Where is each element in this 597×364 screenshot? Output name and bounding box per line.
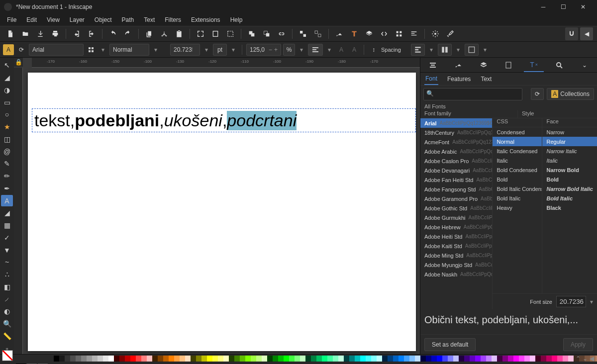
canvas[interactable]: tekst, podebljani , ukošeni , podcrtani — [23, 68, 420, 354]
cut-icon[interactable] — [158, 27, 171, 40]
snap-icon[interactable] — [565, 27, 578, 40]
palette-swatch[interactable] — [311, 356, 316, 362]
palette-swatch[interactable] — [240, 356, 245, 362]
palette-swatch[interactable] — [108, 356, 114, 362]
font-item[interactable]: Adobe DevanagariAaBbCcIiPpQq12369$€¢?./ — [420, 166, 492, 175]
css-item[interactable]: Italic Condensed — [493, 146, 542, 156]
palette-menu-icon[interactable]: ◀ — [590, 355, 594, 362]
palette-swatch[interactable] — [519, 356, 524, 362]
palette-swatch[interactable] — [262, 356, 267, 362]
face-item[interactable]: Narrow Italic — [542, 146, 597, 156]
palette-swatch[interactable] — [256, 356, 262, 362]
ruler-lock-icon[interactable]: 🔒 — [14, 58, 23, 67]
palette-swatch[interactable] — [180, 356, 185, 362]
palette-swatch[interactable] — [119, 356, 125, 362]
palette-swatch[interactable] — [174, 356, 180, 362]
css-item[interactable]: Condensed — [493, 127, 542, 137]
palette-swatch[interactable] — [398, 356, 404, 362]
selectors-icon[interactable] — [393, 27, 405, 40]
palette-swatch[interactable] — [371, 356, 377, 362]
palette-swatch[interactable] — [218, 356, 223, 362]
palette-swatch[interactable] — [541, 356, 546, 362]
font-item[interactable]: Adobe Fan Heiti StdAaBbCcIiPpQq12369$€ — [420, 175, 492, 184]
calligraphy-tool-icon[interactable]: ✒ — [1, 183, 13, 194]
font-size-input[interactable] — [171, 46, 196, 53]
font-item[interactable]: Adobe GurmukhiAaBbCcIiPpQq12369$€¢?./() — [420, 213, 492, 222]
font-size-dropdown[interactable]: ▾ — [202, 46, 211, 53]
palette-swatch[interactable] — [552, 356, 557, 362]
palette-swatch[interactable] — [251, 356, 256, 362]
xml-icon[interactable] — [378, 27, 391, 40]
snap-expand-icon[interactable]: ◀ — [580, 27, 593, 40]
palette-swatch[interactable] — [492, 356, 497, 362]
maximize-button[interactable]: ☐ — [553, 0, 573, 14]
tab-search-icon[interactable] — [549, 58, 569, 72]
palette-swatch[interactable] — [322, 356, 327, 362]
refresh-button[interactable]: ⟳ — [531, 88, 544, 100]
menu-layer[interactable]: Layer — [65, 15, 90, 25]
palette-swatch[interactable] — [207, 356, 212, 362]
tab-fill-icon[interactable] — [448, 58, 468, 72]
font-collections-icon[interactable]: A — [3, 44, 14, 55]
print-icon[interactable] — [49, 27, 62, 40]
superscript-icon[interactable]: A — [336, 44, 347, 55]
palette-swatch[interactable] — [245, 356, 251, 362]
zoom-page-icon[interactable] — [209, 27, 222, 40]
menu-extensions[interactable]: Extensions — [186, 15, 225, 25]
palette-swatch[interactable] — [185, 356, 191, 362]
zoom-fit-icon[interactable] — [194, 27, 207, 40]
palette-swatch[interactable] — [201, 356, 207, 362]
copy-icon[interactable] — [143, 27, 156, 40]
palette-swatch[interactable] — [349, 356, 355, 362]
download-icon[interactable] — [34, 27, 47, 40]
tab-align-icon[interactable] — [423, 58, 443, 72]
css-item[interactable]: Bold — [493, 175, 542, 184]
spiral-tool-icon[interactable]: @ — [1, 146, 13, 157]
3dbox-tool-icon[interactable]: ◫ — [1, 134, 13, 145]
font-item[interactable]: Adobe Gothic StdAaBbCcIiPpQq12369$| — [420, 203, 492, 213]
font-search-input[interactable] — [423, 88, 522, 100]
palette-swatch[interactable] — [393, 356, 398, 362]
font-item[interactable]: Adobe Myungjo StdAaBbCcIiPpQq1236 — [420, 260, 492, 270]
font-item[interactable]: Adobe Ming StdAaBbCcIiPpQq12369$€ ? — [420, 251, 492, 260]
palette-swatch[interactable] — [442, 356, 448, 362]
palette-swatch[interactable] — [98, 356, 103, 362]
font-item[interactable]: 18thCenturyAaBbCcIiPpQq12369$€ — [420, 128, 492, 137]
tab-text-icon[interactable]: T× — [524, 58, 544, 72]
export-icon[interactable] — [85, 27, 98, 40]
palette-swatch[interactable] — [141, 356, 147, 362]
palette-swatch[interactable] — [502, 356, 508, 362]
open-icon[interactable] — [19, 27, 32, 40]
font-family-dropdown[interactable]: ▾ — [99, 46, 107, 53]
color-palette[interactable]: ⌃ ⌄ ◀ — [0, 355, 597, 363]
palette-swatch[interactable] — [76, 356, 81, 362]
palette-swatch[interactable] — [152, 356, 158, 362]
palette-swatch[interactable] — [344, 356, 349, 362]
palette-swatch[interactable] — [125, 356, 130, 362]
text-tool-icon[interactable]: A — [1, 195, 13, 206]
css-item[interactable]: Bold Condensed — [493, 165, 542, 175]
text-flow-icon[interactable] — [465, 44, 479, 56]
menu-help[interactable]: Help — [225, 15, 248, 25]
face-item[interactable]: Narrow Bold — [542, 165, 597, 175]
menu-path[interactable]: Path — [117, 15, 139, 25]
align-left-button[interactable] — [308, 44, 323, 56]
selector-tool-icon[interactable]: ↖ — [1, 60, 13, 71]
face-item[interactable]: Black — [542, 203, 597, 212]
css-list[interactable]: CondensedNormalItalic CondensedItalicBol… — [493, 127, 542, 293]
face-item[interactable]: Regular — [542, 137, 597, 146]
palette-swatch[interactable] — [377, 356, 382, 362]
palette-swatch[interactable] — [87, 356, 92, 362]
palette-swatch[interactable] — [196, 356, 201, 362]
palette-swatch[interactable] — [147, 356, 152, 362]
palette-swatch[interactable] — [409, 356, 415, 362]
orientation-1[interactable] — [438, 44, 452, 56]
palette-swatch[interactable] — [267, 356, 273, 362]
palette-swatch[interactable] — [327, 356, 333, 362]
writing-mode-dropdown[interactable]: ▾ — [427, 46, 436, 53]
palette-swatch[interactable] — [223, 356, 229, 362]
palette-swatch[interactable] — [278, 356, 284, 362]
font-item[interactable]: Adobe HebrewAaBbCcIiPpQq12369$€¢?./() — [420, 222, 492, 232]
shape-builder-icon[interactable]: ◑ — [1, 85, 13, 96]
tab-expand-icon[interactable]: ⌄ — [575, 58, 595, 72]
